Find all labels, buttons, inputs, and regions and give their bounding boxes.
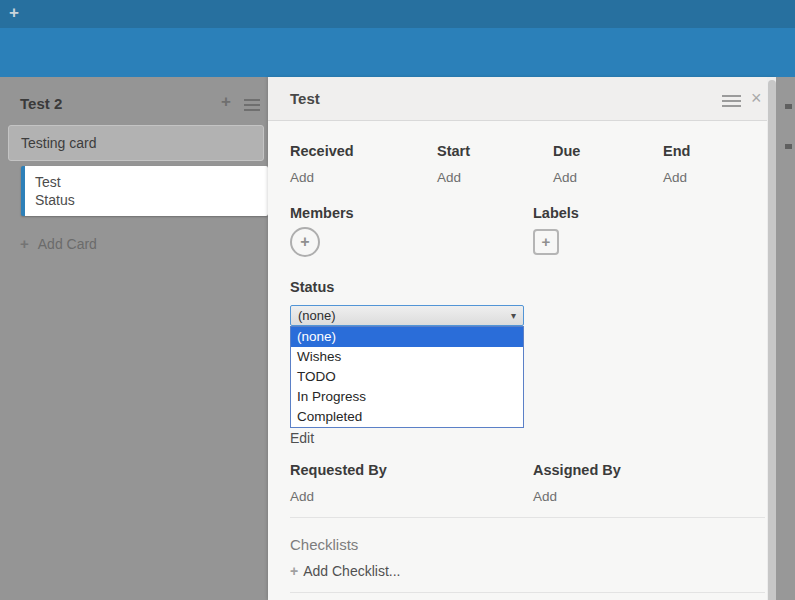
next-list-edge <box>776 77 795 600</box>
list-title[interactable]: Test 2 <box>20 95 62 112</box>
requested-by-add-link[interactable]: Add <box>290 489 314 504</box>
section-divider <box>290 517 765 518</box>
list-menu-icon[interactable] <box>244 99 260 114</box>
minicard-custom-field-badge: Status <box>35 191 258 209</box>
plus-icon: + <box>290 563 298 579</box>
assigned-by-heading: Assigned By <box>533 462 621 478</box>
start-heading: Start <box>437 143 470 159</box>
partial-icon <box>785 104 792 109</box>
status-dropdown-list: (none) Wishes TODO In Progress Completed <box>290 326 524 428</box>
status-option-wishes[interactable]: Wishes <box>291 347 523 367</box>
card-title[interactable]: Test <box>290 90 320 107</box>
received-add-link[interactable]: Add <box>290 170 314 185</box>
card-menu-icon[interactable] <box>722 95 741 110</box>
top-header-bar: + <box>0 0 795 28</box>
add-board-icon[interactable]: + <box>9 3 19 23</box>
received-heading: Received <box>290 143 354 159</box>
members-heading: Members <box>290 205 354 221</box>
board-header-bar <box>0 28 795 77</box>
select-arrow-icon: ▾ <box>511 306 516 325</box>
status-selected-value: (none) <box>298 308 336 323</box>
minicard-title: Testing card <box>21 135 96 151</box>
status-edit-link[interactable]: Edit <box>290 430 314 446</box>
assigned-by-add-link[interactable]: Add <box>533 489 557 504</box>
status-heading: Status <box>290 279 334 295</box>
requested-by-heading: Requested By <box>290 462 387 478</box>
due-add-link[interactable]: Add <box>553 170 577 185</box>
status-option-completed[interactable]: Completed <box>291 407 523 427</box>
status-option-none[interactable]: (none) <box>291 327 523 347</box>
add-checklist-label: Add Checklist... <box>303 563 400 579</box>
close-icon[interactable]: × <box>751 88 762 108</box>
add-member-button[interactable]: + <box>290 227 320 257</box>
add-card-icon: + <box>20 235 29 252</box>
minicard-title: Test <box>35 173 258 191</box>
end-add-link[interactable]: Add <box>663 170 687 185</box>
end-heading: End <box>663 143 690 159</box>
status-select[interactable]: (none) ▾ <box>290 305 524 326</box>
add-card-button[interactable]: +Add Card <box>20 235 97 252</box>
checklists-heading: Checklists <box>290 536 358 553</box>
detail-scrollbar-thumb[interactable] <box>768 80 776 600</box>
partial-icon <box>785 144 792 149</box>
plus-icon: + <box>542 233 551 250</box>
list-add-card-icon[interactable]: + <box>221 92 231 112</box>
card-detail-panel: Test × Received Start Due End Add Add Ad… <box>268 77 776 600</box>
start-add-link[interactable]: Add <box>437 170 461 185</box>
add-label-button[interactable]: + <box>533 229 559 255</box>
labels-heading: Labels <box>533 205 579 221</box>
add-card-label: Add Card <box>38 236 97 252</box>
card-detail-header: Test × <box>268 77 776 121</box>
list-test-2: Test 2 + Testing card Test Status +Add C… <box>0 77 268 600</box>
status-option-todo[interactable]: TODO <box>291 367 523 387</box>
section-divider <box>290 592 765 593</box>
status-option-in-progress[interactable]: In Progress <box>291 387 523 407</box>
minicard-testing-card[interactable]: Testing card <box>8 125 264 161</box>
board-canvas: Test 2 + Testing card Test Status +Add C… <box>0 77 795 600</box>
minicard-test-selected[interactable]: Test Status <box>21 166 268 216</box>
plus-icon: + <box>300 233 309 250</box>
due-heading: Due <box>553 143 580 159</box>
add-checklist-button[interactable]: +Add Checklist... <box>290 563 400 579</box>
